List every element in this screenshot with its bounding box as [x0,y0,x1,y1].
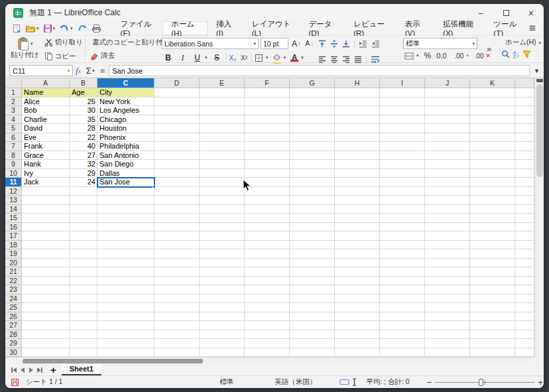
cell-J4[interactable] [425,115,470,125]
cell-J10[interactable] [425,169,470,178]
cell-A29[interactable] [22,339,70,348]
name-box[interactable]: C11▾ [9,65,73,76]
selection-fill-handle[interactable] [152,185,156,188]
cell-F7[interactable] [245,142,290,151]
cell-J13[interactable] [425,196,470,205]
cell-partial-5[interactable] [515,124,534,133]
cell-partial-8[interactable] [515,151,534,161]
cell-A4[interactable]: Charlie [22,115,70,125]
cell-I4[interactable] [380,115,425,125]
cell-K18[interactable] [470,241,515,250]
shrink-font-button[interactable]: A↓ [304,39,315,48]
cell-I27[interactable] [380,321,425,330]
cell-H8[interactable] [335,151,380,161]
cell-D5[interactable] [154,124,200,133]
cell-H28[interactable] [335,330,380,340]
first-sheet-button[interactable] [9,365,18,374]
cell-F20[interactable] [245,259,290,268]
cell-K12[interactable] [470,187,515,196]
cell-A23[interactable] [22,285,70,294]
cell-F24[interactable] [245,294,290,304]
cell-H9[interactable] [335,160,380,169]
cell-B18[interactable] [70,241,97,250]
tab-6[interactable]: 表示(V) [396,21,434,35]
font-color-button[interactable]: A▾ [289,54,305,62]
cell-B17[interactable] [70,231,97,241]
cell-G9[interactable] [290,160,335,169]
cell-D23[interactable] [154,285,200,294]
cell-I30[interactable] [380,348,425,358]
cell-partial-9[interactable] [515,160,534,169]
cell-I17[interactable] [380,231,425,241]
cell-partial-21[interactable] [515,267,534,277]
cell-C4[interactable]: Chicago [97,115,154,125]
cell-A28[interactable] [22,330,70,340]
cell-J29[interactable] [425,339,470,348]
bold-button[interactable]: B [162,52,174,63]
cell-G10[interactable] [290,169,335,178]
cell-G3[interactable] [290,106,335,115]
cell-K1[interactable] [470,88,515,98]
cell-B5[interactable]: 28 [70,124,97,133]
cell-A27[interactable] [22,321,70,330]
cell-I5[interactable] [380,124,425,133]
row-header-24[interactable]: 24 [5,294,22,304]
cell-G12[interactable] [290,187,335,196]
select-all-corner[interactable] [5,78,22,88]
cell-F15[interactable] [245,214,290,223]
cell-C22[interactable] [97,277,154,286]
cell-J28[interactable] [425,330,470,340]
cell-A30[interactable] [22,348,70,358]
tab-1[interactable]: ホーム(H) [162,21,208,35]
cell-I21[interactable] [380,267,425,277]
cell-K30[interactable] [470,348,515,358]
cell-B29[interactable] [70,339,97,348]
cell-B10[interactable]: 29 [70,169,97,178]
cell-F17[interactable] [245,231,290,241]
cell-K13[interactable] [470,196,515,205]
cell-E13[interactable] [200,196,245,205]
cell-D4[interactable] [154,115,200,125]
cell-D1[interactable] [154,88,200,98]
cell-A20[interactable] [22,259,70,268]
cell-E30[interactable] [200,348,245,358]
cell-A22[interactable] [22,277,70,286]
cell-H26[interactable] [335,312,380,322]
cell-A25[interactable] [22,303,70,312]
cell-partial-12[interactable] [515,187,534,196]
cell-K11[interactable] [470,178,515,187]
autofilter-icon[interactable] [522,49,531,61]
cell-B16[interactable] [70,223,97,232]
cell-F3[interactable] [245,106,290,115]
cell-A2[interactable]: Alice [22,98,70,107]
cell-G6[interactable] [290,133,335,143]
row-header-23[interactable]: 23 [5,285,22,294]
cell-partial-4[interactable] [515,115,534,125]
cell-E6[interactable] [200,133,245,143]
cell-H27[interactable] [335,321,380,330]
cell-H14[interactable] [335,205,380,214]
row-header-28[interactable]: 28 [5,330,22,340]
cell-C7[interactable]: Philadelphia [97,142,154,151]
cell-G28[interactable] [290,330,335,340]
cell-F19[interactable] [245,249,290,259]
cell-D21[interactable] [154,267,200,277]
cell-C21[interactable] [97,267,154,277]
cell-F12[interactable] [245,187,290,196]
row-header-5[interactable]: 5 [5,124,22,133]
cell-partial-18[interactable] [515,241,534,250]
cell-G22[interactable] [290,277,335,286]
cell-partial-7[interactable] [515,142,534,151]
cell-D2[interactable] [154,98,200,107]
cell-E21[interactable] [200,267,245,277]
column-header-C[interactable]: C [97,78,154,88]
cell-A3[interactable]: Bob [22,106,70,115]
cell-F1[interactable] [245,88,290,98]
page-style[interactable]: 標準 [219,377,233,387]
cell-D25[interactable] [154,303,200,312]
cell-J9[interactable] [425,160,470,169]
cell-partial-23[interactable] [515,285,534,294]
cell-G29[interactable] [290,339,335,348]
cell-I10[interactable] [380,169,425,178]
open-icon[interactable]: ▾ [24,23,40,34]
